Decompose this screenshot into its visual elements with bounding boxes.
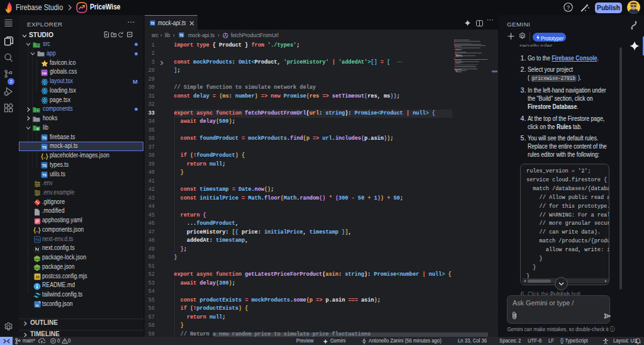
- svg-text:npm: npm: [34, 257, 40, 261]
- svg-text:TS: TS: [179, 34, 183, 37]
- svg-text:TS: TS: [150, 22, 154, 25]
- svg-text:TS: TS: [42, 173, 47, 177]
- svg-text:css: css: [42, 72, 47, 75]
- svg-text:<>: <>: [36, 45, 40, 47]
- svg-text:TS: TS: [42, 164, 47, 167]
- svg-text:?: ?: [567, 4, 570, 11]
- svg-text:JS: JS: [35, 275, 40, 279]
- svg-text:TS: TS: [42, 145, 47, 149]
- svg-text:TS: TS: [35, 238, 40, 242]
- svg-text:npm: npm: [34, 267, 40, 270]
- svg-text:ts: ts: [35, 303, 38, 307]
- svg-text:TS: TS: [42, 136, 47, 140]
